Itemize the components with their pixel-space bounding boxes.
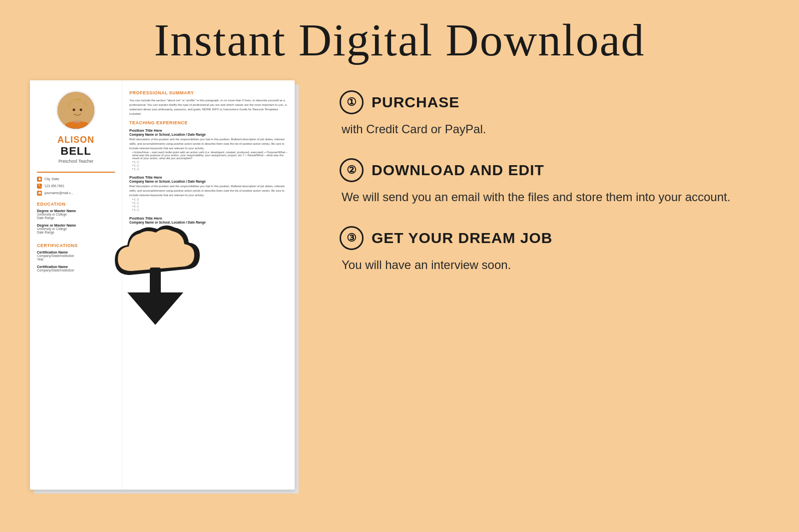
job-title-2: Position Title Here <box>129 175 288 180</box>
contact-phone: 123.456.7891 <box>37 184 115 189</box>
step-3-description: You will have an interview soon. <box>340 256 769 274</box>
main-container: Instant Digital Download <box>0 0 799 532</box>
bullet-1-2: • (...) <box>132 160 288 163</box>
certifications-section-title: CERTIFICATIONS <box>37 243 115 248</box>
job-company-2: Company Name or School, Location / Date … <box>129 180 288 183</box>
cert-info-1: Company/State/Institution <box>37 254 115 258</box>
step-3-header: ③ GET YOUR DREAM JOB <box>340 226 769 250</box>
step-2-title: DOWNLOAD AND EDIT <box>372 162 544 179</box>
resume-sidebar: ALISON BELL Preschool Teacher City, Stat… <box>30 80 122 490</box>
bullet-2-2: • (...) <box>132 201 288 204</box>
step-3: ③ GET YOUR DREAM JOB You will have an in… <box>340 226 769 274</box>
email-icon <box>37 191 42 196</box>
edu-school-2: University or College <box>37 227 115 231</box>
edu-entry-2: Degree or Master Name University or Coll… <box>37 224 115 234</box>
bullet-2-1: • (...) <box>132 198 288 201</box>
job-company-1: Company Name or School, Location / Date … <box>129 133 288 136</box>
bullet-1-3: • (...) <box>132 164 288 167</box>
step-3-number: ③ <box>340 226 364 250</box>
education-section-title: EDUCATION <box>37 202 115 207</box>
job-company-3: Company Name or School, Location / Date … <box>129 221 288 224</box>
svg-point-3 <box>68 101 86 121</box>
bullet-2-4: • (...) <box>132 208 288 211</box>
resume-job-title: Preschool Teacher <box>58 159 93 164</box>
content-area: ALISON BELL Preschool Teacher City, Stat… <box>30 80 769 490</box>
resume-divider <box>37 172 115 173</box>
resume-main-content: PROFESSIONAL SUMMARY You can include the… <box>122 80 295 490</box>
resume-name-last: BELL <box>60 145 91 157</box>
bullet-2-3: • (...) <box>132 205 288 208</box>
step-1-title: PURCHASE <box>372 94 459 111</box>
contact-city: City, State <box>37 177 115 182</box>
cert-year-1: Year <box>37 258 115 261</box>
step-1: ① PURCHASE with Credit Card or PayPal. <box>340 90 769 138</box>
job-desc-1: Brief description of the position and th… <box>129 137 288 150</box>
step-2-description: We will send you an email with the files… <box>340 188 769 206</box>
job-entry-1: Position Title Here Company Name or Scho… <box>129 128 288 170</box>
steps-area: ① PURCHASE with Credit Card or PayPal. ②… <box>340 80 769 274</box>
job-entry-3: Position Title Here Company Name or Scho… <box>129 216 288 224</box>
edu-date-2: Date Range <box>37 231 115 234</box>
edu-school-1: University or College <box>37 213 115 216</box>
resume-document: ALISON BELL Preschool Teacher City, Stat… <box>30 80 295 490</box>
resume-name-first: ALISON <box>57 135 94 145</box>
svg-point-4 <box>73 109 75 111</box>
job-entry-2: Position Title Here Company Name or Scho… <box>129 175 288 211</box>
teaching-experience-title: TEACHING EXPERIENCE <box>129 120 288 125</box>
professional-summary-title: PROFESSIONAL SUMMARY <box>129 90 288 95</box>
step-1-description: with Credit Card or PayPal. <box>340 120 769 138</box>
cert-name-2: Certification Name <box>37 265 115 268</box>
phone-icon <box>37 184 42 189</box>
job-title-3: Position Title Here <box>129 216 288 221</box>
contact-email: yourname@mail.c... <box>37 191 115 196</box>
step-2-number: ② <box>340 158 364 182</box>
step-3-title: GET YOUR DREAM JOB <box>372 230 553 247</box>
cert-name-1: Certification Name <box>37 251 115 254</box>
edu-degree-2: Degree or Master Name <box>37 224 115 227</box>
svg-point-5 <box>80 109 82 111</box>
bullet-1-4: • (...) <box>132 167 288 170</box>
cert-entry-2: Certification Name Company/State/Institu… <box>37 265 115 272</box>
edu-date-1: Date Range <box>37 216 115 220</box>
avatar <box>56 90 96 130</box>
professional-summary-text: You can include the section "about me" o… <box>129 98 288 116</box>
resume-wrapper: ALISON BELL Preschool Teacher City, Stat… <box>30 80 310 490</box>
step-1-number: ① <box>340 90 364 114</box>
edu-entry-1: Degree or Master Name University or Coll… <box>37 209 115 220</box>
home-icon <box>37 177 42 182</box>
step-2-header: ② DOWNLOAD AND EDIT <box>340 158 769 182</box>
job-title-1: Position Title Here <box>129 128 288 133</box>
step-1-header: ① PURCHASE <box>340 90 769 114</box>
title-area: Instant Digital Download <box>30 15 769 65</box>
cert-entry-1: Certification Name Company/State/Institu… <box>37 251 115 261</box>
step-2: ② DOWNLOAD AND EDIT We will send you an … <box>340 158 769 206</box>
bullet-1-1: • Action/How – start each bullet point w… <box>132 151 288 160</box>
job-desc-2: Brief description of the position and th… <box>129 184 288 197</box>
cert-info-2: Company/State/Institution <box>37 268 115 272</box>
page-title: Instant Digital Download <box>30 15 769 65</box>
edu-degree-1: Degree or Master Name <box>37 209 115 213</box>
